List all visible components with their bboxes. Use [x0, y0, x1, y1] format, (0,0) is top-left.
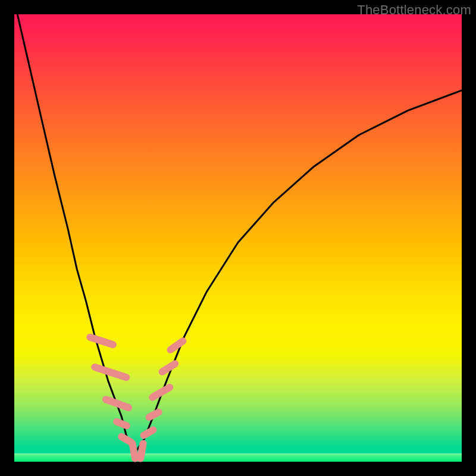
- marker-bead: [165, 336, 188, 355]
- marker-bead: [148, 383, 174, 402]
- bottleneck-curve: [14, 1, 462, 453]
- marker-bead: [90, 362, 131, 381]
- watermark-text: TheBottleneck.com: [357, 2, 471, 18]
- marker-bead: [144, 408, 163, 422]
- marker-beads: [86, 333, 188, 462]
- marker-bead: [86, 333, 118, 349]
- curve-left-branch: [14, 1, 135, 453]
- curve-right-branch: [135, 90, 462, 453]
- marker-bead: [136, 439, 147, 462]
- chart-frame: [14, 14, 462, 462]
- chart-svg: [14, 14, 462, 462]
- marker-bead: [101, 395, 133, 412]
